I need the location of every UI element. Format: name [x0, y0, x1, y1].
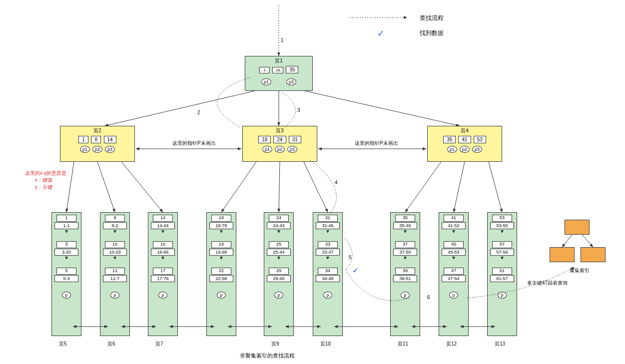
arrow-down-icon — [404, 257, 407, 260]
leaf-4-key-0: 24 — [269, 215, 289, 222]
root-key-0: ...1... — [259, 67, 270, 73]
node-page1: 页1 ...1... ..18.. 35 p1 p3 — [245, 56, 313, 91]
leaf-label-0: 页5 — [59, 341, 67, 348]
leaf-0-key-2: 5 — [56, 268, 76, 275]
mid-note-left: 这里的指针P未画出 — [172, 140, 216, 147]
leaf-7-ptr: p — [449, 292, 458, 299]
leaf-8-val-1: 57-56 — [490, 249, 514, 256]
step-6: 6 — [427, 295, 430, 300]
arrow-down-icon — [326, 230, 329, 233]
mid0-k0: 1 — [78, 136, 88, 143]
leaf-label-4: 页9 — [271, 341, 279, 348]
leaf-label-5: 页10 — [320, 341, 331, 348]
leaf-6-key-2: 39 — [395, 268, 415, 275]
mid0-p0: p1 — [80, 146, 90, 153]
mid2-k2: 53 — [474, 136, 486, 143]
leaf-5-ptr: p — [323, 292, 332, 299]
leaf-8-key-2: 61 — [492, 268, 512, 275]
leaf-1-ptr: p — [110, 292, 119, 299]
leaf-2-val-0: 14-44 — [151, 222, 175, 229]
mid1-k2: 31 — [289, 136, 301, 143]
leaf-页10: 3131-463333-473434-48p — [313, 212, 343, 336]
leaf-1-val-1: 10-23 — [103, 249, 127, 256]
svg-line-9 — [121, 162, 163, 212]
arrow-down-icon — [404, 230, 407, 233]
leaf-3-ptr: p — [217, 292, 226, 299]
svg-line-12 — [304, 162, 328, 212]
leaf-label-7: 页12 — [446, 341, 457, 348]
leaf-4-val-0: 24-43 — [267, 222, 291, 229]
leaf-0-key-1: 3 — [56, 241, 76, 248]
leaf-7-key-0: 41 — [444, 215, 464, 222]
arrow-down-icon — [161, 230, 164, 233]
leaf-label-1: 页6 — [107, 341, 115, 348]
leaf-4-ptr: p — [274, 292, 283, 299]
leaf-2-val-1: 16-66 — [151, 249, 175, 256]
leaf-5-val-2: 34-48 — [316, 275, 340, 282]
leaf-2-val-2: 17-76 — [151, 275, 175, 282]
caption: 非聚集索引的查找流程 — [240, 352, 295, 360]
mid0-p2: p3 — [105, 146, 115, 153]
svg-line-25 — [582, 235, 593, 247]
legend-flow: 查找流程 — [420, 14, 444, 22]
svg-line-11 — [279, 162, 280, 212]
leaf-4-key-2: 29 — [269, 268, 289, 275]
leaf-7-val-2: 47-54 — [442, 275, 466, 282]
leaf-页7: 1414-441616-661717-76p — [148, 212, 178, 336]
leaf-3-val-2: 22-98 — [209, 275, 233, 282]
leaf-3-val-1: 19-99 — [209, 249, 233, 256]
svg-line-24 — [562, 235, 572, 247]
node-page1-title: 页1 — [245, 56, 312, 65]
leaf-1-val-2: 11-7 — [103, 275, 127, 282]
leaf-2-key-1: 16 — [153, 241, 173, 248]
leaf-6-val-2: 39-51 — [393, 275, 417, 282]
cluster-child-right — [581, 247, 606, 262]
arrow-down-icon — [220, 230, 223, 233]
leaf-4-key-1: 25 — [269, 241, 289, 248]
leaf-8-key-1: 57 — [492, 241, 512, 248]
arrow-down-icon — [65, 230, 68, 233]
leaf-页6: 88-21010-231111-7p — [100, 212, 130, 336]
mid-note-right: 这里的指针P未画出 — [355, 140, 398, 147]
arrow-down-icon — [113, 230, 116, 233]
node-page3-title: 页3 — [243, 126, 317, 135]
leaf-2-ptr: p — [158, 292, 167, 299]
leaf-3-key-1: 19 — [211, 241, 231, 248]
mid1-k1: 24 — [273, 136, 286, 143]
found-check-icon: ✓ — [352, 266, 359, 275]
red-line1: 这里的x-y的意思是： — [25, 170, 71, 177]
leaf-7-val-1: 45-53 — [442, 249, 466, 256]
leaf-5-key-0: 31 — [318, 215, 338, 222]
leaf-页5: 11-133-2055-3p — [51, 212, 81, 336]
mid0-k1: 8 — [91, 136, 101, 143]
leaf-label-6: 页11 — [398, 341, 408, 348]
svg-line-10 — [221, 162, 256, 212]
step-4: 4 — [335, 180, 338, 185]
mid1-p0: p1 — [262, 146, 272, 153]
root-key-2: 35 — [286, 66, 298, 73]
arrow-down-icon — [452, 230, 455, 233]
arrow-down-icon — [113, 257, 116, 260]
leaf-5-key-1: 33 — [318, 241, 338, 248]
leaf-2-key-0: 14 — [153, 215, 173, 222]
root-ptr-0: p1 — [261, 78, 271, 85]
cluster-label: 聚集索引 — [570, 267, 590, 274]
arrow-down-icon — [501, 230, 504, 233]
node-page4: 页4 35 41 53 p1 p2 p3 — [427, 126, 502, 162]
legend-found: 找到数据 — [420, 29, 444, 37]
leaf-1-key-2: 11 — [105, 268, 125, 275]
arrow-down-icon — [277, 257, 280, 260]
red-line3: y：主键 — [25, 184, 71, 191]
mid1-p2: p3 — [287, 146, 297, 153]
leaf-8-key-0: 53 — [492, 215, 512, 222]
leaf-页9: 2424-432525-442929-45p — [264, 212, 294, 336]
leaf-label-2: 页7 — [155, 341, 163, 348]
leaf-4-val-1: 25-44 — [267, 249, 291, 256]
mid0-k2: 14 — [104, 136, 116, 143]
arrow-down-icon — [65, 257, 68, 260]
leaf-5-val-1: 33-47 — [316, 249, 340, 256]
svg-line-15 — [489, 162, 502, 212]
leaf-label-8: 页13 — [495, 341, 505, 348]
mid2-k1: 41 — [458, 136, 471, 143]
arrow-down-icon — [452, 257, 455, 260]
